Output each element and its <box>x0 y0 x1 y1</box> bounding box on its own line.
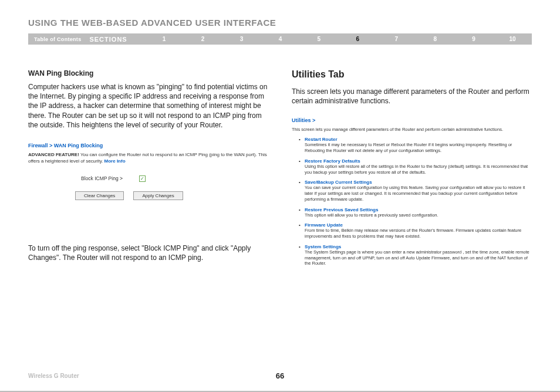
more-info-link[interactable]: More Info <box>104 158 126 164</box>
footer-product-name: Wireless G Router <box>28 373 79 379</box>
utilities-breadcrumb[interactable]: Utilities > <box>292 117 532 123</box>
system-settings-link[interactable]: System Settings <box>305 244 532 249</box>
advanced-feature-note: ADVANCED FEATURE! You can configure the … <box>28 152 268 165</box>
restore-defaults-link[interactable]: Restore Factory Defaults <box>305 158 532 164</box>
nav-section-8[interactable]: 8 <box>416 36 454 42</box>
list-item: Save/Backup Current Settings You can sav… <box>305 180 532 202</box>
left-column: WAN Ping Blocking Computer hackers use w… <box>28 69 268 271</box>
firmware-update-link[interactable]: Firmware Update <box>305 222 532 228</box>
section-nav-bar: Table of Contents SECTIONS 1 2 3 4 5 6 7… <box>28 33 532 45</box>
wan-ping-followup: To turn off the ping response, select "B… <box>28 244 268 262</box>
list-item: Restart Router Sometimes it may be neces… <box>305 137 532 154</box>
nav-section-5[interactable]: 5 <box>299 36 338 42</box>
list-item: Restore Factory Defaults Using this opti… <box>305 158 532 175</box>
page-footer: Wireless G Router 66 <box>28 373 532 379</box>
utilities-heading: Utilities Tab <box>292 69 532 80</box>
nav-section-7[interactable]: 7 <box>377 36 416 42</box>
restart-router-link[interactable]: Restart Router <box>305 137 532 142</box>
wan-ping-heading: WAN Ping Blocking <box>28 69 268 77</box>
save-backup-link[interactable]: Save/Backup Current Settings <box>305 180 532 185</box>
utilities-list: Restart Router Sometimes it may be neces… <box>292 137 532 266</box>
list-item: System Settings The System Settings page… <box>305 244 532 266</box>
restart-router-desc: Sometimes it may be necessary to Reset o… <box>305 142 532 154</box>
list-item: Firmware Update From time to time, Belki… <box>305 222 532 239</box>
clear-changes-button[interactable]: Clear Changes <box>75 191 124 200</box>
nav-sections-label: SECTIONS <box>89 36 144 43</box>
block-icmp-label: Block ICMP Ping > <box>81 175 123 181</box>
utilities-desc: This screen lets you manage different pa… <box>292 127 532 132</box>
restore-defaults-desc: Using this option will restore all of th… <box>305 164 532 175</box>
block-icmp-checkbox[interactable]: ✓ <box>139 175 146 182</box>
wan-ping-paragraph: Computer hackers use what is known as "p… <box>28 82 268 130</box>
nav-section-1[interactable]: 1 <box>145 36 184 42</box>
system-settings-desc: The System Settings page is where you ca… <box>305 249 532 266</box>
nav-toc-link[interactable]: Table of Contents <box>28 36 89 42</box>
nav-section-4[interactable]: 4 <box>261 36 299 42</box>
utilities-intro: This screen lets you manage different pa… <box>292 87 532 106</box>
nav-section-9[interactable]: 9 <box>454 36 493 42</box>
page-header-title: USING THE WEB-BASED ADVANCED USER INTERF… <box>28 18 532 28</box>
list-item: Restore Previous Saved Settings This opt… <box>305 207 532 218</box>
nav-section-6[interactable]: 6 <box>338 36 377 42</box>
advanced-feature-label: ADVANCED FEATURE! <box>28 152 79 157</box>
restore-previous-link[interactable]: Restore Previous Saved Settings <box>305 207 532 212</box>
firewall-breadcrumb[interactable]: Firewall > WAN Ping Blocking <box>28 143 268 148</box>
footer-page-number: 66 <box>276 371 284 380</box>
nav-section-10[interactable]: 10 <box>493 36 532 42</box>
firmware-update-desc: From time to time, Belkin may release ne… <box>305 228 532 239</box>
right-column: Utilities Tab This screen lets you manag… <box>292 69 532 271</box>
restore-previous-desc: This option will allow you to restore a … <box>305 212 532 218</box>
nav-section-2[interactable]: 2 <box>184 36 222 42</box>
nav-section-3[interactable]: 3 <box>222 36 261 42</box>
save-backup-desc: You can save your current configuration … <box>305 185 532 202</box>
config-area: Block ICMP Ping > ✓ Clear Changes Apply … <box>81 175 268 200</box>
apply-changes-button[interactable]: Apply Changes <box>133 191 183 200</box>
